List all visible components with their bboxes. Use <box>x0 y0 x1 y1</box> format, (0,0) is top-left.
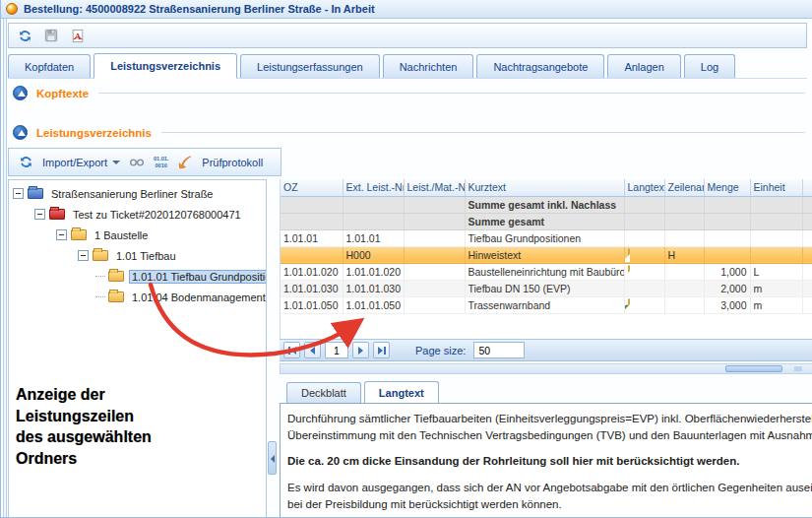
tab-label: Nachtragsangebote <box>493 61 588 73</box>
prev-page-button[interactable] <box>304 342 321 358</box>
grid-row[interactable]: 1.01.01.020 1.01.01.020 Baustelleneinric… <box>281 263 812 280</box>
cell-oz: 1.01.01 <box>281 229 343 246</box>
cell-langtext <box>624 196 664 213</box>
page-size-input[interactable] <box>473 342 525 358</box>
horizontal-scrollbar[interactable] <box>280 363 812 374</box>
cell-kurztext: Tiefbau DN 150 (EVP) <box>465 280 624 296</box>
tab-leistungserfassungen[interactable]: Leistungserfassungen <box>240 54 380 78</box>
binoculars-icon[interactable] <box>128 154 146 171</box>
langtext-line: Es wird davon ausgegangen, dass sich der… <box>287 480 812 496</box>
svg-text:A: A <box>75 31 82 40</box>
col-zeilenart[interactable]: Zeilenart <box>664 179 704 196</box>
kopftexte-section-header: Kopftexte <box>13 86 805 100</box>
col-ext-leist-nr[interactable]: Ext. Leist.-Nr. <box>343 179 404 196</box>
tree-item-tiefbau[interactable]: 1.01 Tiefbau <box>9 245 266 266</box>
tree-item-label[interactable]: Straßensanierung Berliner Straße <box>48 187 216 201</box>
folder-blue-icon <box>28 188 43 199</box>
refresh-icon[interactable] <box>16 27 33 44</box>
cell-mat <box>404 263 465 280</box>
next-page-button[interactable] <box>352 342 369 358</box>
cell-oz: 1.01.01.030 <box>281 280 343 296</box>
tree-item-root[interactable]: Straßensanierung Berliner Straße <box>9 183 266 204</box>
tab-nachrichten[interactable]: Nachrichten <box>383 54 474 78</box>
flame-arrow-icon[interactable] <box>176 154 194 171</box>
lv-refresh-icon[interactable] <box>17 154 34 171</box>
tree-item-baustelle[interactable]: 1 Baustelle <box>9 225 266 245</box>
col-menge[interactable]: Menge <box>704 179 750 196</box>
folder-yellow-icon <box>71 229 87 240</box>
tab-label: Log <box>701 61 718 73</box>
grid-row[interactable]: 1.01.01 1.01.01 Tiefbau Grundpositionen <box>281 229 812 246</box>
tab-kopfdaten[interactable]: Kopfdaten <box>8 54 91 78</box>
page-number-input[interactable] <box>325 342 348 358</box>
tree-item-bodenmanagement[interactable]: 1.01.04 Bodenmanagement <box>9 287 266 307</box>
position-numbers-icon[interactable]: 01.01. 0010 <box>154 156 168 168</box>
collapse-lv-icon[interactable] <box>13 125 28 140</box>
tab-anlagen[interactable]: Anlagen <box>607 54 680 78</box>
tab-log[interactable]: Log <box>684 54 735 78</box>
tree-item-ticket[interactable]: Test zu Ticket#2020120768000471 <box>9 204 266 225</box>
col-langtext[interactable]: Langtext <box>624 179 664 196</box>
cell-menge <box>704 213 750 229</box>
col-einheit[interactable]: Einheit <box>750 179 802 196</box>
tab-leistungsverzeichnis[interactable]: Leistungsverzeichnis <box>94 53 237 79</box>
tree-item-label[interactable]: 1.01.04 Bodenmanagement <box>129 291 267 304</box>
langtext-content-panel: Durchführung sämtlicher Tiefbauarbeiten … <box>280 403 812 518</box>
col-oz[interactable]: OZ <box>281 179 343 196</box>
collapse-node-icon[interactable] <box>13 188 24 199</box>
pruefprotokoll-button[interactable]: Prüfprotokoll <box>202 157 263 168</box>
note-icon[interactable] <box>628 248 630 262</box>
grid-row[interactable]: Summe gesamt inkl. Nachlass <box>281 196 812 213</box>
cell-kurztext: Hinweistext <box>465 246 624 263</box>
cell-menge: 3,000 <box>704 296 750 313</box>
tree-item-label-selected[interactable]: 1.01.01 Tiefbau Grundpositionen <box>129 270 267 284</box>
tab-deckblatt[interactable]: Deckblatt <box>286 382 361 403</box>
tab-langtext[interactable]: Langtext <box>364 381 439 404</box>
tree-item-label[interactable]: 1 Baustelle <box>92 228 151 242</box>
cell-mat <box>404 296 465 313</box>
grid-row[interactable]: Summe gesamt <box>281 213 812 229</box>
kopftexte-title: Kopftexte <box>36 88 89 99</box>
tree-item-grundpositionen[interactable]: 1.01.01 Tiefbau Grundpositionen <box>9 266 266 287</box>
cell-oz <box>281 196 343 213</box>
tree-item-label[interactable]: Test zu Ticket#2020120768000471 <box>70 208 244 222</box>
save-icon[interactable] <box>42 27 60 44</box>
collapse-node-icon[interactable] <box>56 229 67 240</box>
tab-label: Leistungsverzeichnis <box>110 60 220 72</box>
tab-nachtragsangebote[interactable]: Nachtragsangebote <box>476 54 604 78</box>
bestellung-window: Bestellung: 4500008922 Straßensanierung … <box>0 0 812 518</box>
col-kurztext[interactable]: Kurztext <box>465 179 624 196</box>
grid-row-hint-selected[interactable]: H000 Hinweistext H <box>281 246 812 263</box>
tree-connector <box>95 276 105 277</box>
splitter-collapse-handle[interactable] <box>268 441 277 475</box>
cell-zeilenart <box>664 263 704 280</box>
tab-label: Langtext <box>379 387 424 399</box>
scrollbar-thumb[interactable] <box>725 365 782 372</box>
import-export-button[interactable]: Import/Export <box>42 157 120 168</box>
tree-item-label[interactable]: 1.01 Tiefbau <box>113 249 179 263</box>
cell-langtext <box>624 213 664 229</box>
grid-row[interactable]: 1.01.01.050 1.01.01.050 Trassenwarnband … <box>281 296 812 313</box>
tree-connector <box>95 296 105 297</box>
lv-section-header: Leistungsverzeichnis <box>13 125 805 140</box>
collapse-kopftexte-icon[interactable] <box>13 86 28 100</box>
cell-menge <box>704 196 750 213</box>
cell-ext: 1.01.01.050 <box>343 296 404 313</box>
last-page-button[interactable] <box>373 342 390 358</box>
note-icon[interactable] <box>628 265 630 279</box>
cell-langtext <box>624 263 664 280</box>
first-page-button[interactable] <box>283 342 300 358</box>
note-edit-icon[interactable] <box>628 298 630 312</box>
main-toolbar: A <box>8 23 807 48</box>
tab-label: Anlagen <box>624 61 663 73</box>
grid-row[interactable]: 1.01.01.030 1.01.01.030 Tiefbau DN 150 (… <box>281 280 812 296</box>
tab-label: Nachrichten <box>400 61 458 73</box>
collapse-node-icon[interactable] <box>78 250 89 261</box>
section-divider <box>161 132 805 133</box>
import-export-label: Import/Export <box>42 157 107 168</box>
pdf-export-icon[interactable]: A <box>69 27 87 44</box>
collapse-node-icon[interactable] <box>34 209 45 220</box>
col-leist-mat-nr[interactable]: Leist./Mat.-Nr. <box>404 179 465 196</box>
page-size-label: Page size: <box>415 345 466 356</box>
langtext-line: Durchführung sämtlicher Tiefbauarbeiten … <box>287 411 812 427</box>
